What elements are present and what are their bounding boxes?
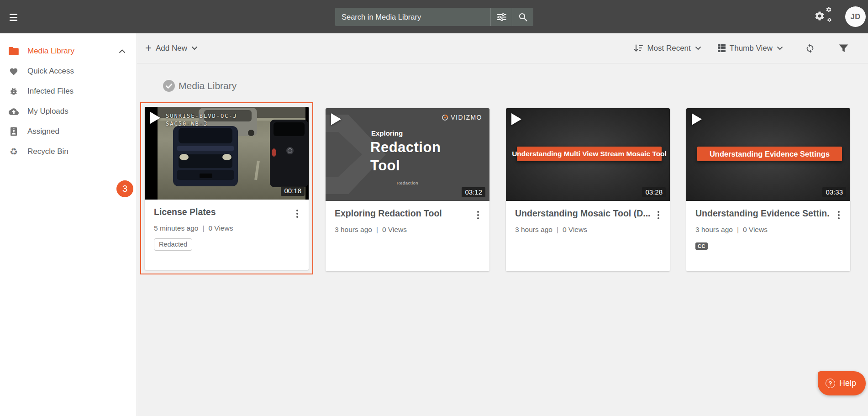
sort-label: Most Recent (647, 44, 690, 53)
sidebar-item-infected-files[interactable]: Infected Files (0, 81, 137, 101)
filter-button[interactable] (839, 44, 848, 53)
card-meta: 5 minutes ago | 0 Views (154, 224, 300, 232)
media-card-license-plates: SUNRISE-BLVD-OC-J SAC50-WB-3 00:18 Licen… (145, 107, 309, 270)
promo-title-line2: Tool (370, 158, 400, 174)
meta-separator: | (737, 226, 739, 234)
media-card-exploring-redaction-tool: VIDIZMO Exploring Redaction Tool Redacti… (326, 108, 489, 271)
redacted-tag: Redacted (154, 238, 192, 251)
card-meta: 3 hours ago | 0 Views (335, 226, 481, 234)
view-count: 0 Views (208, 224, 233, 232)
recycle-icon: ♻ (0, 147, 27, 156)
kebab-menu-icon[interactable] (475, 210, 481, 221)
play-icon (150, 112, 160, 124)
cloud-upload-icon (0, 108, 27, 115)
brand-logo: VIDIZMO (442, 114, 482, 121)
id-badge-icon (0, 127, 27, 136)
brand-logo-icon (442, 114, 448, 121)
video-thumbnail[interactable]: VIDIZMO Exploring Redaction Tool Redacti… (326, 108, 489, 201)
closed-captions-badge: CC (695, 242, 708, 250)
search-submit-button[interactable] (512, 8, 533, 26)
media-grid: Media Library (137, 63, 868, 416)
play-icon (692, 113, 702, 125)
card-meta: 3 hours ago | 0 Views (515, 226, 662, 234)
add-new-button[interactable]: + Add New (145, 33, 198, 63)
video-title[interactable]: Understanding Mosaic Tool (D... (515, 208, 650, 219)
sort-icon (634, 44, 643, 52)
user-avatar[interactable]: JD (845, 6, 866, 27)
promo-footnote: Redaction (326, 180, 489, 185)
kebab-menu-icon[interactable] (294, 208, 300, 219)
thumbnail-banner: Understanding Evidence Settings (697, 147, 842, 161)
search-filter-button[interactable] (491, 8, 512, 26)
help-button[interactable]: ? Help (818, 371, 866, 395)
refresh-icon (805, 43, 815, 53)
sidebar-item-label: Infected Files (27, 87, 137, 96)
promo-kicker: Exploring (371, 129, 403, 137)
chevron-down-icon (191, 46, 198, 50)
check-circle-icon[interactable] (163, 80, 175, 92)
time-ago: 5 minutes ago (154, 224, 198, 232)
card-info: License Plates 5 minutes ago | 0 Views R… (145, 200, 309, 251)
toolbar: + Add New Most Recent Thum (137, 33, 868, 63)
menu-icon[interactable] (10, 14, 21, 21)
sidebar-item-media-library[interactable]: Media Library (0, 41, 137, 61)
black-car-shape (270, 120, 308, 187)
add-new-label: Add New (156, 44, 187, 53)
sidebar-item-label: Quick Access (27, 67, 137, 76)
meta-separator: | (557, 226, 558, 234)
video-thumbnail[interactable]: Understanding Multi View Stream Mosaic T… (506, 108, 670, 201)
sidebar-item-my-uploads[interactable]: My Uploads (0, 101, 137, 121)
video-thumbnail[interactable]: Understanding Evidence Settings 03:33 (686, 108, 850, 201)
refresh-button[interactable] (805, 43, 815, 53)
brand-name: VIDIZMO (451, 114, 482, 121)
plus-icon: + (145, 42, 152, 53)
help-label: Help (839, 379, 856, 388)
video-title[interactable]: License Plates (154, 207, 216, 217)
time-ago: 3 hours ago (695, 226, 733, 234)
meta-separator: | (202, 224, 204, 232)
card-info: Understanding Mosaic Tool (D... 3 hours … (506, 201, 670, 234)
meta-separator: | (376, 226, 378, 234)
kebab-menu-icon[interactable] (836, 210, 842, 221)
grid-icon (718, 44, 726, 52)
sidebar-item-quick-access[interactable]: Quick Access (0, 61, 137, 81)
search-input[interactable] (335, 8, 490, 26)
media-card-understanding-evidence-settings: Understanding Evidence Settings 03:33 Un… (686, 108, 850, 271)
sidebar-item-label: Recycle Bin (27, 147, 137, 156)
video-title[interactable]: Understanding Evidence Settin... (695, 208, 830, 219)
top-bar: JD (0, 0, 868, 33)
section-title: Media Library (179, 80, 237, 91)
question-icon: ? (826, 379, 835, 388)
chevron-down-icon (695, 46, 701, 50)
sidebar-item-assigned[interactable]: Assigned (0, 121, 137, 142)
duration-badge: 03:12 (462, 187, 485, 197)
selection-count-badge: 3 (116, 180, 133, 197)
chevron-up-icon[interactable] (119, 49, 126, 53)
view-count: 0 Views (563, 226, 587, 234)
view-count: 0 Views (382, 226, 407, 234)
card-info: Understanding Evidence Settin... 3 hours… (686, 201, 850, 250)
video-thumbnail[interactable]: SUNRISE-BLVD-OC-J SAC50-WB-3 00:18 (145, 107, 309, 200)
camera-overlay-text: SAC50-WB-3 (166, 121, 208, 127)
thumbnail-banner: Understanding Multi View Stream Mosaic T… (517, 147, 662, 161)
search-icon (519, 13, 527, 21)
sidebar-item-recycle-bin[interactable]: ♻ Recycle Bin (0, 142, 137, 162)
gears-icon settings-button[interactable] (814, 6, 837, 27)
heart-icon (0, 67, 27, 75)
navy-car-shape (173, 126, 238, 186)
media-card-understanding-mosaic-tool: Understanding Multi View Stream Mosaic T… (506, 108, 670, 271)
card-meta: 3 hours ago | 0 Views (695, 226, 842, 234)
selected-card-outline: SUNRISE-BLVD-OC-J SAC50-WB-3 00:18 Licen… (140, 102, 313, 274)
bug-icon (0, 87, 27, 96)
video-title[interactable]: Exploring Redaction Tool (335, 208, 442, 219)
sidebar: Media Library Quick Access Infected File… (0, 33, 137, 416)
time-ago: 3 hours ago (335, 226, 372, 234)
folder-icon (0, 47, 27, 55)
view-dropdown[interactable]: Thumb View (718, 44, 783, 53)
duration-badge: 03:33 (822, 187, 846, 197)
play-icon (331, 113, 341, 125)
sort-dropdown[interactable]: Most Recent (634, 44, 701, 53)
time-ago: 3 hours ago (515, 226, 552, 234)
view-label: Thumb View (730, 44, 773, 53)
kebab-menu-icon[interactable] (655, 210, 662, 221)
